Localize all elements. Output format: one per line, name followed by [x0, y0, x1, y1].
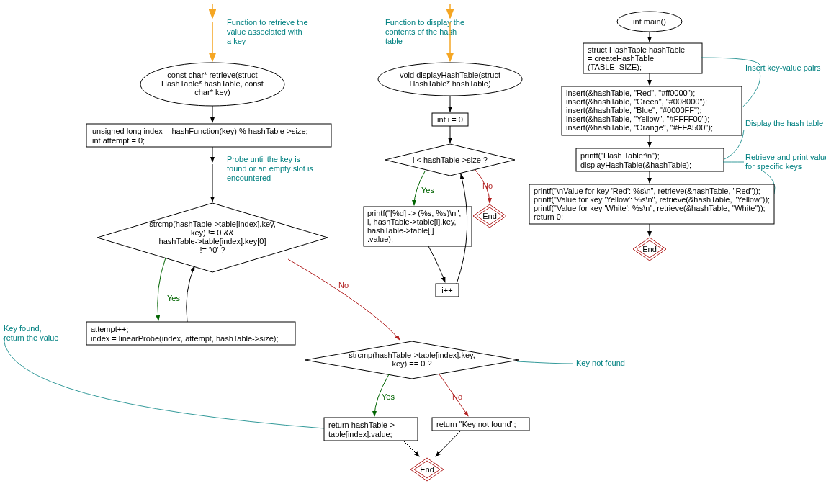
comment-probe: Probe until the key isfound or an empty …	[227, 155, 313, 182]
comment-retrieve-print: Retrieve and print valuesfor specific ke…	[745, 153, 826, 171]
comment-key-found: Key found,return the value	[4, 324, 58, 342]
svg-text:int main(): int main()	[633, 17, 666, 26]
svg-text:return "Key not found";: return "Key not found";	[436, 420, 516, 428]
svg-text:insert(&hashTable, "Red", "#ff: insert(&hashTable, "Red", "#ff0000");ins…	[566, 89, 713, 132]
svg-text:Yes: Yes	[421, 186, 434, 194]
svg-line-21	[436, 431, 461, 456]
svg-line-18	[403, 441, 419, 456]
svg-text:Yes: Yes	[167, 294, 180, 302]
svg-text:No: No	[338, 281, 349, 289]
svg-text:Yes: Yes	[382, 392, 395, 401]
comment-display: Function to display thecontents of the h…	[385, 18, 464, 45]
svg-text:No: No	[452, 392, 462, 401]
svg-text:End: End	[420, 465, 434, 474]
svg-text:No: No	[482, 181, 493, 190]
svg-text:int i = 0: int i = 0	[437, 115, 463, 124]
comment-retrieve: Function to retrieve thevalue associated…	[227, 18, 308, 45]
svg-text:i++: i++	[441, 286, 452, 294]
svg-text:void displayHashTable(structHa: void displayHashTable(structHashTable* h…	[400, 71, 500, 88]
svg-text:i < hashTable->size ?: i < hashTable->size ?	[413, 156, 488, 164]
comment-key-not-found: Key not found	[576, 359, 625, 367]
svg-text:return hashTable->table[index]: return hashTable->table[index].value;	[328, 420, 395, 438]
comment-display-table: Display the hash table	[745, 119, 823, 127]
svg-text:End: End	[642, 245, 657, 253]
svg-text:End: End	[482, 212, 497, 220]
comment-insert: Insert key-value pairs	[745, 63, 821, 72]
